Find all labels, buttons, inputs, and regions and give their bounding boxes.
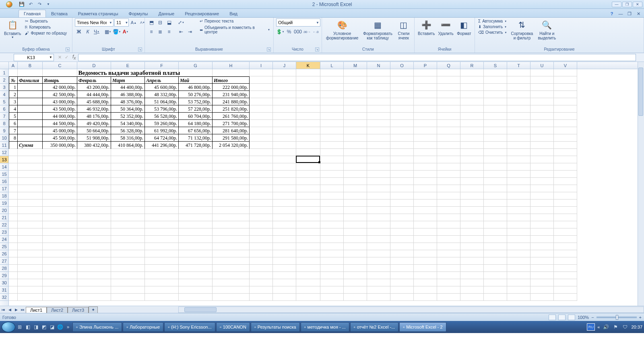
currency-button[interactable]: 💲▼ [276,28,284,36]
align-center[interactable]: ≣ [156,28,164,36]
taskbar-item[interactable]: ▫методичка моя - ... [301,322,349,332]
decrease-decimal[interactable]: ←.0 [312,28,320,36]
fill-button[interactable]: ⬇Заполнить▼ [477,24,508,29]
column-header-M[interactable]: M [344,62,367,69]
row-header-30[interactable]: 30 [0,279,8,286]
row-header-18[interactable]: 18 [0,192,8,200]
column-header-C[interactable]: C [43,62,77,69]
worksheet-grid[interactable]: ABCDEFGHIJKLMNOPQRSTUV 12345678910111213… [0,62,644,306]
cell[interactable] [18,98,43,105]
scroll-thumb[interactable] [638,69,643,116]
column-header-O[interactable]: O [390,62,414,69]
cell[interactable]: 7 [9,127,18,134]
cell[interactable]: 58 316,00р. [111,134,145,142]
tab-data[interactable]: Данные [153,10,180,17]
italic-button[interactable]: К [84,28,92,36]
cell[interactable]: 3 [9,98,18,105]
cell[interactable]: 67 656,00р. [179,127,213,134]
cell[interactable]: 44 000,00р. [43,113,77,120]
format-as-table-button[interactable]: ▦Форматировать как таблицу [361,19,394,41]
increase-decimal[interactable]: .00→ [303,28,311,36]
tab-insert[interactable]: Вставка [46,10,73,17]
column-header-N[interactable]: N [367,62,390,69]
taskbar-item[interactable]: ▫Элина Лысоконь ... [72,322,122,332]
font-color-button[interactable]: A▼ [122,28,130,36]
cell[interactable]: 64 180,00р. [179,120,213,127]
cell[interactable] [18,105,43,113]
cell[interactable]: 5 [9,113,18,120]
taskbar-item[interactable]: ▫Результаты поиска [251,322,300,332]
taskbar-item[interactable]: ▫Лабораторные [123,322,163,332]
cell[interactable]: 46 800,00р. [179,84,213,91]
cell[interactable]: 261 760,00р. [213,113,250,120]
taskbar-item[interactable]: ▫100CANON [216,322,250,332]
font-name-combo[interactable]: ▼ [75,19,114,27]
chevron-down-icon[interactable]: ▼ [125,21,128,25]
cell-styles-button[interactable]: ◫Стили ячеек [396,19,412,41]
column-header-B[interactable]: B [18,62,43,69]
row-header-23[interactable]: 23 [0,228,8,236]
tray-icon-2[interactable]: ⚑ [612,323,619,331]
cell[interactable]: 441 296,00р. [145,142,179,149]
row-header-1[interactable]: 1 [0,69,8,76]
cell[interactable]: 50 276,00р. [179,91,213,98]
cell[interactable]: 53 752,00р. [179,98,213,105]
autosum-button[interactable]: ΣАвтосумма▼ [477,19,508,24]
view-page-layout[interactable] [558,315,566,320]
copy-button[interactable]: ⎘Копировать [24,25,68,30]
cell[interactable]: 48 332,00р. [145,91,179,98]
name-box[interactable]: ▼ [14,54,54,61]
row-header-22[interactable]: 22 [0,221,8,228]
lang-indicator[interactable]: RU [587,323,595,331]
cell[interactable]: 48 376,00р. [111,98,145,105]
select-all-corner[interactable] [0,62,9,69]
column-header-K[interactable]: K [296,62,320,69]
align-top[interactable]: ⬒ [147,19,155,27]
cell[interactable]: Итого [213,76,250,84]
row-header-7[interactable]: 7 [0,113,8,120]
cell[interactable] [18,84,43,91]
cell[interactable]: 71 132,00р. [179,134,213,142]
column-header-J[interactable]: J [273,62,296,69]
ql-4[interactable]: ◪ [48,323,56,331]
format-painter-button[interactable]: 🖌Формат по образцу [24,31,68,36]
row-header-20[interactable]: 20 [0,207,8,214]
ql-1[interactable]: ◧ [24,323,31,331]
row-header-10[interactable]: 10 [0,134,8,142]
cell[interactable]: Февраль [77,76,111,84]
clear-button[interactable]: ⌫Очистить▼ [477,30,508,35]
zoom-slider[interactable] [597,317,637,318]
formula-bar[interactable] [78,54,636,61]
clipboard-launcher[interactable]: ↘ [66,47,70,51]
tray-expand[interactable]: « [597,325,600,329]
font-size-input[interactable] [115,20,125,25]
cell[interactable]: 45 600,00р. [145,84,179,91]
column-header-E[interactable]: E [111,62,145,69]
cell[interactable]: 45 000,00р. [43,127,77,134]
column-header-H[interactable]: H [213,62,250,69]
sheet-tab-3[interactable]: Лист3 [68,307,89,313]
paste-button[interactable]: 📋 Вставить ▼ [2,19,23,40]
cell[interactable]: 231 940,00р. [213,91,250,98]
help-button[interactable]: ? [608,10,616,17]
cell[interactable] [18,113,43,120]
row-header-14[interactable]: 14 [0,163,8,171]
cell[interactable]: 43 200,00р. [77,84,111,91]
cell[interactable]: 57 228,00р. [179,105,213,113]
cell[interactable]: 380 432,00р. [77,142,111,149]
cell[interactable]: Март [111,76,145,84]
close-button[interactable]: ✕ [633,2,642,7]
name-box-input[interactable] [14,55,48,60]
formula-input[interactable] [78,54,636,61]
font-size-combo[interactable]: ▼ [114,19,129,27]
number-format-combo[interactable]: ▼ [276,19,320,27]
sheet-nav-first[interactable]: ⏮ [0,307,6,313]
row-header-27[interactable]: 27 [0,257,8,265]
column-header-D[interactable]: D [77,62,111,69]
start-button[interactable] [2,322,15,332]
view-normal[interactable] [549,315,556,320]
taskbar-item[interactable]: ▫(H:) Sony Ericsson... [164,322,215,332]
cell[interactable] [18,91,43,98]
row-header-32[interactable]: 32 [0,294,8,301]
row-header-21[interactable]: 21 [0,214,8,221]
